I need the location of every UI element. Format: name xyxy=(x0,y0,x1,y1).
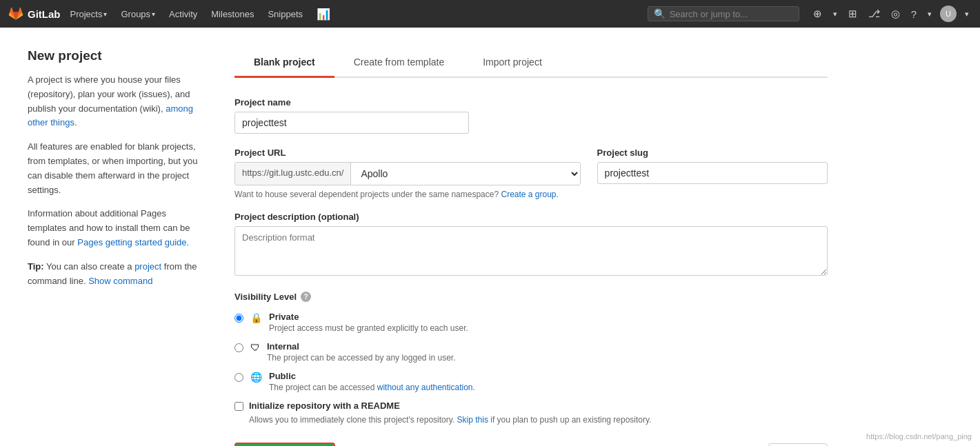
url-hint-text: Want to house several dependent projects… xyxy=(234,190,499,199)
project-name-label: Project name xyxy=(234,97,828,108)
tab-import-label: Import project xyxy=(483,57,542,68)
nav-activity-label: Activity xyxy=(169,9,197,19)
public-desc: The project can be accessed without any … xyxy=(269,383,475,392)
namespace-select[interactable]: Apollo xyxy=(351,163,579,185)
issues-icon[interactable]: ◎ xyxy=(888,6,903,21)
nav-snippets-label: Snippets xyxy=(268,9,303,19)
visibility-private-radio[interactable] xyxy=(234,314,243,323)
sidebar-tip: Tip: You can also create a project from … xyxy=(28,260,207,289)
visibility-help-icon[interactable]: ? xyxy=(301,292,311,302)
create-group-link[interactable]: Create a group. xyxy=(501,190,558,199)
nav-milestones[interactable]: Milestones xyxy=(207,9,258,19)
visibility-public-radio[interactable] xyxy=(234,373,243,382)
form-buttons: Create project Cancel xyxy=(234,443,828,446)
visibility-label-text: Visibility Level xyxy=(234,292,297,302)
visibility-private-text: Private Project access must be granted e… xyxy=(269,312,468,333)
page-content: New project A project is where you house… xyxy=(0,28,980,446)
init-readme-section: Initialize repository with a README Allo… xyxy=(234,401,828,426)
description-label: Project description (optional) xyxy=(234,212,828,222)
project-url-label: Project URL xyxy=(234,148,581,158)
sidebar-link-project[interactable]: project xyxy=(134,261,161,272)
internal-name: Internal xyxy=(267,341,456,352)
sidebar: New project A project is where you house… xyxy=(28,48,207,446)
groups-chevron-icon: ▾ xyxy=(152,10,155,18)
project-slug-label: Project slug xyxy=(597,148,828,158)
visibility-private-option: 🔒 Private Project access must be granted… xyxy=(234,312,828,333)
nav-groups[interactable]: Groups ▾ xyxy=(117,9,159,19)
nav-projects-label: Projects xyxy=(70,9,103,19)
public-globe-icon: 🌐 xyxy=(250,372,262,383)
project-name-group: Project name xyxy=(234,97,828,134)
internal-desc: The project can be accessed by any logge… xyxy=(267,353,456,363)
project-tabs: Blank project Create from template Impor… xyxy=(234,48,828,78)
dashboard-icon[interactable]: ⊞ xyxy=(846,6,860,21)
init-desc-before: Allows you to immediately clone this pro… xyxy=(249,415,457,425)
tab-create-from-template[interactable]: Create from template xyxy=(334,48,464,78)
nav-milestones-label: Milestones xyxy=(211,9,254,19)
public-name: Public xyxy=(269,371,475,381)
project-slug-group: Project slug xyxy=(597,148,828,184)
private-name: Private xyxy=(269,312,468,322)
main-form-area: Blank project Create from template Impor… xyxy=(234,48,828,446)
nav-chevron-icon[interactable]: ▾ xyxy=(830,8,840,20)
description-textarea[interactable] xyxy=(234,226,828,276)
merge-request-icon[interactable]: ⎇ xyxy=(866,6,883,21)
sidebar-link-pages-guide[interactable]: Pages getting started guide. xyxy=(77,237,189,247)
create-project-button[interactable]: Create project xyxy=(234,443,335,446)
public-desc-after: . xyxy=(473,383,475,392)
user-chevron-icon[interactable]: ▾ xyxy=(962,8,972,20)
init-readme-label: Initialize repository with a README Allo… xyxy=(234,401,828,426)
project-name-input[interactable] xyxy=(234,112,469,134)
description-group: Project description (optional) xyxy=(234,212,828,278)
sidebar-para2: All features are enabled for blank proje… xyxy=(28,140,207,197)
project-url-group: Project URL https://git.lug.ustc.edu.cn/… xyxy=(234,148,581,185)
gitlab-brand-label: GitLab xyxy=(28,8,61,20)
visibility-section: Visibility Level ? 🔒 Private Project acc… xyxy=(234,292,828,392)
visibility-heading: Visibility Level ? xyxy=(234,292,828,302)
public-auth-link[interactable]: without any authentication xyxy=(377,383,473,392)
help-icon[interactable]: ? xyxy=(908,7,919,21)
sidebar-link-other-things[interactable]: among other things. xyxy=(28,103,193,128)
init-readme-checkbox[interactable] xyxy=(234,402,243,411)
visibility-internal-radio[interactable] xyxy=(234,343,243,352)
arrow-container: Create project xyxy=(234,443,335,446)
help-chevron-icon[interactable]: ▾ xyxy=(925,8,934,20)
visibility-public-option: 🌐 Public The project can be accessed wit… xyxy=(234,371,828,392)
sidebar-para3: Information about additional Pages templ… xyxy=(28,207,207,250)
project-slug-input[interactable] xyxy=(597,162,828,184)
init-readme-desc: Allows you to immediately clone this pro… xyxy=(249,414,651,426)
tab-import-project[interactable]: Import project xyxy=(463,48,561,78)
tab-blank-project[interactable]: Blank project xyxy=(234,48,334,78)
show-command-link[interactable]: Show command xyxy=(88,276,152,286)
gitlab-logo-icon xyxy=(8,6,23,21)
nav-activity[interactable]: Activity xyxy=(165,9,201,19)
internal-shield-icon: 🛡 xyxy=(250,342,260,353)
url-input-group: https://git.lug.ustc.edu.cn/ Apollo xyxy=(234,162,581,185)
gitlab-brand[interactable]: GitLab xyxy=(8,6,61,21)
url-slug-row: Project URL https://git.lug.ustc.edu.cn/… xyxy=(234,148,828,185)
nav-snippets[interactable]: Snippets xyxy=(263,9,307,19)
search-icon: 🔍 xyxy=(654,8,666,19)
projects-chevron-icon: ▾ xyxy=(103,10,107,18)
plus-icon[interactable]: ⊕ xyxy=(810,6,825,21)
visibility-internal-text: Internal The project can be accessed by … xyxy=(267,341,456,363)
user-avatar[interactable]: U xyxy=(940,6,957,22)
private-lock-icon: 🔒 xyxy=(250,312,262,323)
tab-template-label: Create from template xyxy=(354,57,445,68)
watermark-text: https://blog.csdn.net/pang_ping xyxy=(866,432,972,440)
search-bar[interactable]: 🔍 xyxy=(648,6,799,21)
nav-groups-label: Groups xyxy=(121,9,150,19)
cancel-button[interactable]: Cancel xyxy=(768,443,828,446)
skip-link[interactable]: Skip this xyxy=(457,415,488,425)
nav-projects[interactable]: Projects ▾ xyxy=(66,9,112,19)
init-readme-name: Initialize repository with a README xyxy=(249,401,400,411)
public-desc-before: The project can be accessed xyxy=(269,383,377,392)
page-title: New project xyxy=(28,48,207,63)
nav-chart-icon[interactable]: 📊 xyxy=(312,8,334,21)
search-input[interactable] xyxy=(670,9,793,19)
url-prefix-text: https://git.lug.ustc.edu.cn/ xyxy=(235,163,351,185)
visibility-public-text: Public The project can be accessed witho… xyxy=(269,371,475,392)
nav-icon-group: ⊕ ▾ ⊞ ⎇ ◎ ? ▾ U ▾ xyxy=(810,6,972,22)
tip-label: Tip: xyxy=(28,261,44,272)
visibility-internal-option: 🛡 Internal The project can be accessed b… xyxy=(234,341,828,363)
